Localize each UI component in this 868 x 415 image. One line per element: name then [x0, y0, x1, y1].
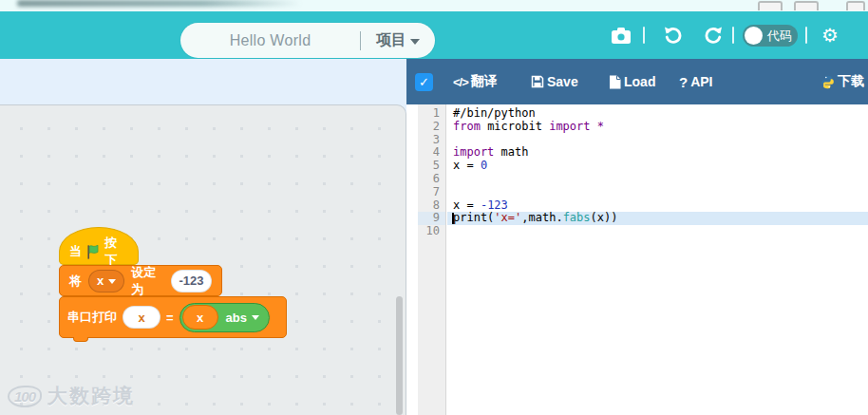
watermark: 100 大数跨境: [8, 383, 135, 409]
sync-checkbox[interactable]: ✓: [415, 73, 433, 91]
code-token: from: [453, 120, 481, 133]
code-line[interactable]: x = 0: [447, 160, 868, 173]
redo-button[interactable]: [703, 25, 726, 46]
toggle-knob: [745, 27, 763, 45]
block-when-flag-clicked[interactable]: 当 按下: [59, 227, 139, 265]
code-token: microbit: [481, 120, 549, 133]
browser-button[interactable]: [846, 1, 865, 10]
code-token: math: [494, 145, 528, 159]
hat-label-after: 按下: [104, 235, 128, 269]
translate-button[interactable]: </> 翻译: [453, 59, 498, 104]
workspace-scrollbar[interactable]: [396, 296, 403, 415]
python-icon: [821, 75, 835, 89]
line-number: 7: [418, 186, 445, 199]
code-line[interactable]: [447, 225, 868, 238]
code-token: [591, 120, 597, 133]
equals-label: =: [166, 311, 174, 325]
translate-label: 翻译: [471, 73, 498, 90]
value-input[interactable]: -123: [171, 270, 212, 292]
code-token: 'x=': [494, 211, 521, 224]
gear-icon: ⚙: [821, 26, 839, 45]
file-icon: [609, 75, 621, 89]
undo-button[interactable]: [661, 25, 684, 46]
header-separator: [643, 27, 645, 44]
green-flag-icon: [86, 244, 100, 260]
code-line[interactable]: #/bin/python: [447, 107, 868, 121]
code-token: import: [549, 120, 590, 133]
code-token: x =: [453, 198, 481, 212]
code-line[interactable]: print('x=',math.fabs(x)): [447, 212, 868, 225]
header-separator: [732, 27, 734, 44]
code-token: x =: [453, 159, 481, 172]
chevron-down-icon: [252, 315, 259, 320]
code-token: -123: [481, 198, 508, 212]
code-line[interactable]: x = -123: [447, 199, 868, 213]
save-button[interactable]: Save: [531, 59, 578, 104]
code-token: 0: [481, 159, 487, 172]
code-token: ,math.: [521, 211, 562, 224]
load-label: Load: [624, 74, 655, 89]
undo-icon: [663, 26, 682, 45]
code-lines: #/bin/pythonfrom microbit import *import…: [447, 104, 868, 238]
function-dropdown[interactable]: abs: [226, 311, 259, 325]
blocks-workspace[interactable]: 当 按下 将 x 设定为 -123 串口打印 x =: [0, 104, 406, 415]
code-line[interactable]: [447, 186, 868, 199]
app-window: Hello World 项目: [0, 0, 868, 415]
code-editor[interactable]: 12345678910 #/bin/pythonfrom microbit im…: [418, 104, 868, 415]
settings-button[interactable]: ⚙: [819, 25, 841, 46]
code-panel: ✓ </> 翻译 Save Load: [406, 59, 868, 415]
redo-icon: [705, 26, 724, 45]
variable-reporter[interactable]: x: [182, 305, 218, 330]
app-header: Hello World 项目: [0, 11, 868, 59]
download-label: 下载: [838, 73, 864, 90]
code-token: #/bin/python: [453, 106, 536, 120]
line-number: 3: [418, 134, 445, 147]
code-line[interactable]: import math: [447, 146, 868, 160]
browser-button[interactable]: [758, 1, 783, 10]
header-separator: [805, 27, 807, 44]
project-title: Hello World: [180, 32, 360, 49]
save-icon: [531, 75, 544, 88]
project-menu-label: 项目: [376, 30, 406, 50]
set-to-label: 设定为: [131, 264, 164, 298]
code-line[interactable]: from microbit import *: [447, 121, 868, 134]
save-label: Save: [547, 74, 578, 89]
chevron-down-icon: [108, 279, 116, 284]
line-number: 8: [418, 199, 445, 213]
download-button[interactable]: 下载: [821, 59, 864, 104]
chevron-down-icon: [410, 39, 420, 45]
set-verb-label: 将: [69, 273, 82, 290]
blurred-browser-text: [17, 0, 302, 7]
gutter: 12345678910: [418, 104, 446, 415]
variable-dropdown[interactable]: x: [88, 270, 124, 292]
block-serial-print[interactable]: 串口打印 x = x abs: [59, 296, 287, 338]
code-token: (x)): [591, 211, 618, 224]
code-line[interactable]: [447, 173, 868, 186]
code-toolbar: ✓ </> 翻译 Save Load: [406, 59, 868, 104]
print-slot-input[interactable]: x: [123, 306, 160, 329]
code-line[interactable]: [447, 134, 868, 147]
line-number: 10: [418, 225, 445, 238]
browser-strip: [0, 0, 868, 11]
code-token: fabs: [563, 211, 591, 224]
load-button[interactable]: Load: [609, 59, 655, 104]
project-pill[interactable]: Hello World 项目: [180, 23, 435, 58]
code-view-toggle[interactable]: 代码: [743, 25, 798, 47]
api-label: API: [690, 74, 712, 89]
api-button[interactable]: ? API: [679, 59, 713, 104]
block-set-variable[interactable]: 将 x 设定为 -123: [59, 265, 222, 296]
browser-button[interactable]: [794, 1, 819, 10]
hat-label-before: 当: [69, 243, 82, 260]
function-name: abs: [226, 311, 247, 325]
watermark-logo: 100: [8, 386, 42, 407]
header-actions: 代码 ⚙: [583, 11, 868, 59]
line-number: 1: [418, 107, 445, 121]
screenshot-button[interactable]: [610, 25, 632, 46]
line-number: 9: [418, 212, 445, 225]
math-function-block[interactable]: x abs: [179, 303, 270, 332]
line-number: 4: [418, 146, 445, 160]
camera-icon: [611, 27, 632, 45]
line-number: 2: [418, 121, 445, 134]
toggle-label: 代码: [767, 28, 792, 45]
project-menu-button[interactable]: 项目: [361, 30, 435, 50]
